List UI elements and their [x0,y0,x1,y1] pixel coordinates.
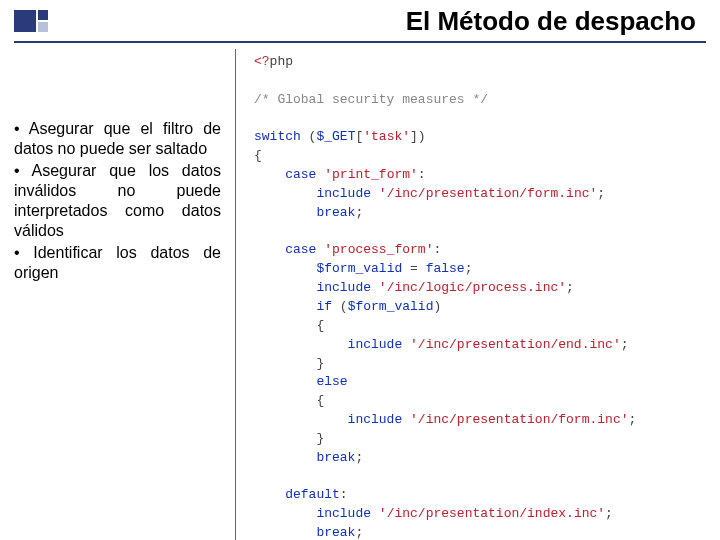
code-text: ]) [410,129,426,144]
code-string: '/inc/presentation/index.inc' [379,506,605,521]
code-keyword: if [254,299,332,314]
code-keyword: break [254,525,355,540]
code-text [371,280,379,295]
code-keyword: include [254,337,402,352]
code-keyword: include [254,412,402,427]
code-var: $_GET [316,129,355,144]
code-text: { [254,318,324,333]
code-string: '/inc/presentation/form.inc' [410,412,628,427]
code-text [371,186,379,201]
code-keyword: case [254,242,316,257]
code-text: { [254,393,324,408]
code-text: } [254,431,324,446]
code-keyword: false [426,261,465,276]
code-text [371,506,379,521]
code-text [402,337,410,352]
code-keyword: break [254,450,355,465]
code-string: 'process_form' [324,242,433,257]
code-string: 'task' [363,129,410,144]
code-text: ( [332,299,348,314]
code-text: ; [355,450,363,465]
accent-squares [14,10,48,34]
code-text [254,261,316,276]
code-string: '/inc/presentation/form.inc' [379,186,597,201]
code-text: ; [566,280,574,295]
code-text: ( [301,129,317,144]
bullet-item: • Asegurar que el filtro de datos no pue… [14,119,221,159]
code-text: : [340,487,348,502]
code-text: ; [465,261,473,276]
code-text: ; [355,525,363,540]
code-text: ; [621,337,629,352]
code-tag: <? [254,54,270,69]
bullet-item: • Identificar los datos de origen [14,243,221,283]
code-keyword: include [254,506,371,521]
code-text: { [254,148,262,163]
code-string: '/inc/logic/process.inc' [379,280,566,295]
code-text: } [254,356,324,371]
code-keyword: include [254,280,371,295]
bullet-list: • Asegurar que el filtro de datos no pue… [14,49,229,540]
code-var: $form_valid [316,261,402,276]
code-text: php [270,54,293,69]
code-block: <?php /* Global security measures */ swi… [248,49,720,540]
code-text: ; [597,186,605,201]
bullet-item: • Asegurar que los datos inválidos no pu… [14,161,221,241]
slide-title: El Método de despacho [48,6,706,37]
accent-small-square-light [38,22,48,32]
accent-small-square [38,10,48,20]
code-panel: <?php /* Global security measures */ swi… [235,49,720,540]
code-keyword: default [254,487,340,502]
slide-header: El Método de despacho [0,0,720,41]
code-keyword: include [254,186,371,201]
code-var: $form_valid [348,299,434,314]
code-keyword: break [254,205,355,220]
code-string: '/inc/presentation/end.inc' [410,337,621,352]
code-text: ) [433,299,441,314]
code-text: = [402,261,425,276]
header-rule [14,41,706,43]
code-text: ; [355,205,363,220]
code-keyword: case [254,167,316,182]
slide-body: • Asegurar que el filtro de datos no pue… [0,49,720,540]
code-text: : [418,167,426,182]
code-comment: /* Global security measures */ [254,92,488,107]
code-text: ; [605,506,613,521]
code-keyword: else [254,374,348,389]
code-keyword: switch [254,129,301,144]
accent-small-col [38,10,48,34]
accent-big-square [14,10,36,32]
code-string: 'print_form' [324,167,418,182]
code-text: ; [628,412,636,427]
code-text: : [433,242,441,257]
code-gutter [236,49,248,540]
code-text [402,412,410,427]
